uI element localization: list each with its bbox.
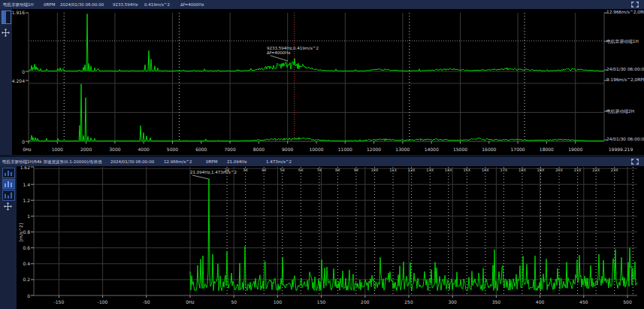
x-tick-label: 100 xyxy=(274,299,283,304)
harmonic-label: 15X xyxy=(463,168,470,172)
x-tick-label: 13000 xyxy=(395,147,410,152)
x-tick-label: 4000 xyxy=(138,147,150,152)
rms-value: 12.966m/s^2 xyxy=(164,159,192,164)
cursor-annotation: 21.094Hz,1.473m/s^2 xyxy=(190,170,237,174)
x-tick-label: 19999.219 xyxy=(609,147,633,152)
x-tick-label: 450 xyxy=(579,299,588,304)
x-tick-label: 18000 xyxy=(540,147,554,152)
harmonic-label: 5X xyxy=(280,168,285,172)
y-tick-label: 0 xyxy=(22,69,25,74)
x-tick-label: 15000 xyxy=(453,147,467,152)
right-label: 电机驱动端2H xyxy=(606,108,644,115)
harmonic-label: 17X xyxy=(500,168,508,172)
channel-name: 电机非驱动端1H xyxy=(3,2,34,8)
spectrum-plot[interactable]: 0Hz1000200030004000500060007000800090001… xyxy=(0,9,644,155)
y-axis-unit: [m/s^2] xyxy=(18,223,23,242)
cursor-frequency: 21.094Hz xyxy=(227,159,246,164)
x-tick-label: 50 xyxy=(231,299,237,304)
x-tick-label: 300 xyxy=(448,299,457,304)
harmonic-label: 4X xyxy=(262,168,267,172)
harmonic-label: 21X xyxy=(574,168,582,172)
x-tick-label: 1000 xyxy=(52,147,63,152)
x-tick-label: 11000 xyxy=(338,147,352,152)
harmonic-label: 14X xyxy=(445,168,452,172)
harmonic-label: 3X xyxy=(243,168,248,172)
harmonic-label: 19X xyxy=(537,168,545,172)
y-tick-label: 0.2 xyxy=(23,277,30,282)
x-tick-label: 3000 xyxy=(109,147,120,152)
vibration-analysis-app: { "panel1": { "header": { "channel": "电机… xyxy=(0,0,644,309)
datetime-value: 2024/01/30 06:00:00 xyxy=(110,159,154,164)
harmonic-label: 6X xyxy=(298,168,304,172)
harmonic-label: 8X xyxy=(335,168,340,172)
x-tick-label: 9000 xyxy=(282,147,293,152)
x-tick-label: 16000 xyxy=(482,147,496,152)
right-label: 24/01/30 06:00:00 xyxy=(606,137,644,141)
harmonic-label: 9X xyxy=(354,168,359,172)
y-tick-label: 0.4 xyxy=(23,261,30,266)
rpm-value: 0RPM xyxy=(206,159,217,164)
x-tick-label: 200 xyxy=(361,299,370,304)
x-tick-label: -100 xyxy=(98,299,108,304)
right-label: 24/01/30 06:00:00 xyxy=(606,67,644,71)
harmonic-label: 7X xyxy=(317,168,322,172)
x-tick-label: 10000 xyxy=(309,147,323,152)
x-tick-label: 250 xyxy=(404,299,413,304)
x-tick-label: -50 xyxy=(143,299,150,304)
x-tick-label: 5000 xyxy=(167,147,178,152)
y-tick-label: 1.2 xyxy=(23,198,30,203)
delta-f-value: Δf=4000Hz xyxy=(180,2,204,7)
waveform-panel-header: 电机非驱动端1H/64k 加速度波形(0.1-20000)/有效值 2024/0… xyxy=(0,157,644,166)
right-label: 12.966m/s^2,0RPM xyxy=(606,10,644,14)
harmonic-label: 13X xyxy=(426,168,434,172)
y-tick-label: 1.62 xyxy=(20,166,31,170)
x-tick-label: 0Hz xyxy=(23,147,31,152)
expand-icon[interactable] xyxy=(630,1,639,8)
harmonic-label: 16X xyxy=(482,168,489,172)
x-tick-label: 6000 xyxy=(195,147,207,152)
x-tick-label: 350 xyxy=(492,299,501,304)
harmonic-label: 10X xyxy=(371,168,379,172)
x-tick-label: 400 xyxy=(536,299,545,304)
waveform-panel: 电机非驱动端1H/64k 加速度波形(0.1-20000)/有效值 2024/0… xyxy=(0,157,644,309)
harmonic-label: 18X xyxy=(519,168,526,172)
y-tick-label: 0 xyxy=(27,293,30,298)
cursor-annotation-line2: Δf=4000Hz xyxy=(267,50,290,55)
y-tick-label: 1.916 xyxy=(12,10,25,15)
x-tick-label: 150 xyxy=(317,299,326,304)
harmonic-label: 12X xyxy=(408,168,416,172)
waveform-plot[interactable]: 2X3X4X5X6X7X8X9X10X11X12X13X14X15X16X17X… xyxy=(0,166,644,309)
rpm-value: 0RPM xyxy=(44,2,55,7)
harmonic-label: 23X xyxy=(611,168,618,172)
y-tick-label: 0.8 xyxy=(23,229,30,235)
y-tick-label: 4.204 xyxy=(12,78,25,83)
right-label: 9.196m/s^2,0RPM xyxy=(606,77,644,82)
waveform-title: 电机非驱动端1H/64k 加速度波形(0.1-20000)/有效值 xyxy=(2,159,102,165)
cursor-amplitude: 1.473m/s^2 xyxy=(266,159,292,164)
right-label: 电机非驱动端1H xyxy=(606,38,644,45)
x-tick-label: 2000 xyxy=(80,147,92,152)
y-tick-label: 1.4 xyxy=(23,182,30,187)
harmonic-label: 11X xyxy=(389,168,397,172)
x-tick-label: 17000 xyxy=(511,147,525,152)
x-tick-label: 500 xyxy=(623,299,632,304)
datetime-value: 2024/01/30 06:00:00 xyxy=(60,2,104,7)
y-tick-label: 1 xyxy=(27,214,30,219)
x-tick-label: 19000 xyxy=(568,147,582,152)
harmonic-label: 22X xyxy=(592,168,600,172)
x-tick-label: 0Hz xyxy=(186,299,194,304)
spectrum-panel: 电机非驱动端1H 0RPM 2024/01/30 06:00:00 9233.5… xyxy=(0,0,644,155)
expand-icon[interactable] xyxy=(630,158,639,165)
harmonic-label: 20X xyxy=(555,168,563,172)
cursor-frequency: 9233.594Hz xyxy=(113,2,138,7)
x-tick-label: 14000 xyxy=(425,147,439,152)
waveform-trace xyxy=(190,179,637,291)
x-tick-label: 12000 xyxy=(367,147,381,152)
y-tick-label: 0 xyxy=(22,139,25,144)
annotation-leader xyxy=(271,56,288,61)
x-tick-label: 7000 xyxy=(224,147,235,152)
x-tick-label: 8000 xyxy=(253,147,265,152)
cursor-amplitude: 0.419m/s^2 xyxy=(144,2,170,7)
annotation-leader xyxy=(192,175,208,179)
y-tick-label: 0.6 xyxy=(23,245,30,250)
